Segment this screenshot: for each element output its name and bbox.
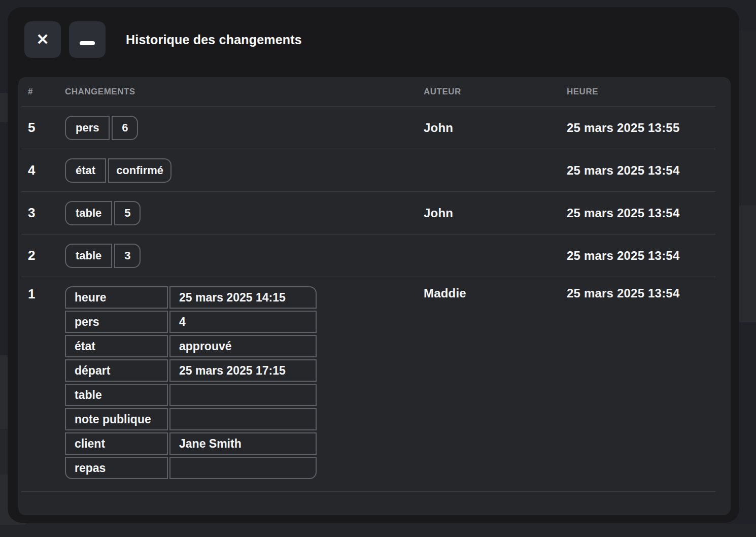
row-author: Maddie bbox=[424, 285, 567, 300]
row-time: 25 mars 2025 13:54 bbox=[567, 206, 715, 220]
change-field: départ bbox=[65, 359, 168, 382]
column-header-changes: CHANGEMENTS bbox=[65, 87, 424, 97]
change-field: heure bbox=[65, 286, 168, 309]
table-row: 3 table5 John 25 mars 2025 13:54 bbox=[21, 192, 715, 234]
dialog-title: Historique des changements bbox=[126, 31, 302, 48]
row-changes: heure25 mars 2025 14:15pers4étatapprouvé… bbox=[65, 285, 424, 479]
history-dialog: ✕ Historique des changements # CHANGEMEN… bbox=[8, 7, 739, 523]
close-icon: ✕ bbox=[36, 32, 49, 47]
change-value: Jane Smith bbox=[169, 432, 317, 455]
change-value: confirmé bbox=[108, 158, 171, 183]
background-artifact bbox=[0, 429, 8, 475]
change-value: 6 bbox=[112, 116, 138, 140]
history-table: # CHANGEMENTS AUTEUR HEURE 5 pers6 John … bbox=[21, 77, 715, 492]
changes-detail-row: repas bbox=[65, 457, 424, 479]
change-value: approuvé bbox=[169, 335, 317, 357]
close-button[interactable]: ✕ bbox=[24, 21, 61, 58]
table-header-row: # CHANGEMENTS AUTEUR HEURE bbox=[21, 77, 715, 107]
change-field: table bbox=[65, 244, 112, 268]
changes-detail-row: heure25 mars 2025 14:15 bbox=[65, 286, 424, 309]
change-field: repas bbox=[65, 457, 168, 479]
column-header-time: HEURE bbox=[567, 87, 715, 97]
row-author: John bbox=[424, 206, 567, 220]
change-field: table bbox=[65, 384, 168, 406]
changes-detail-row: note publique bbox=[65, 408, 424, 430]
row-number: 2 bbox=[28, 248, 65, 263]
minus-icon bbox=[80, 41, 95, 45]
table-row: 5 pers6 John 25 mars 2025 13:55 bbox=[21, 107, 715, 149]
changes-detail-row: clientJane Smith bbox=[65, 432, 424, 455]
change-pill: pers6 bbox=[65, 116, 138, 140]
table-row: 1 heure25 mars 2025 14:15pers4étatapprou… bbox=[21, 277, 715, 492]
table-row: 4 étatconfirmé 25 mars 2025 13:54 bbox=[21, 149, 715, 192]
change-value: 5 bbox=[114, 201, 141, 225]
background-artifact bbox=[0, 355, 8, 429]
row-time: 25 mars 2025 13:54 bbox=[567, 285, 715, 300]
change-value: 25 mars 2025 14:15 bbox=[169, 286, 317, 309]
row-time: 25 mars 2025 13:54 bbox=[567, 163, 715, 178]
change-value bbox=[169, 408, 317, 430]
column-header-author: AUTEUR bbox=[424, 87, 567, 97]
table-row: 2 table3 25 mars 2025 13:54 bbox=[21, 234, 715, 277]
background-artifact bbox=[739, 206, 756, 322]
change-field: client bbox=[65, 432, 168, 455]
changes-detail-row: étatapprouvé bbox=[65, 335, 424, 357]
change-field: note publique bbox=[65, 408, 168, 430]
row-changes: étatconfirmé bbox=[65, 158, 424, 183]
row-changes: pers6 bbox=[65, 116, 424, 140]
change-field: pers bbox=[65, 116, 110, 140]
changes-detail-row: table bbox=[65, 384, 424, 406]
change-value: 4 bbox=[169, 311, 317, 333]
change-field: table bbox=[65, 201, 112, 225]
row-changes: table5 bbox=[65, 201, 424, 225]
row-number: 5 bbox=[28, 120, 65, 136]
row-changes: table3 bbox=[65, 244, 424, 268]
row-author: John bbox=[424, 121, 567, 135]
change-value bbox=[169, 384, 317, 406]
change-field: état bbox=[65, 158, 106, 183]
changes-detail-row: pers4 bbox=[65, 311, 424, 333]
change-pill: étatconfirmé bbox=[65, 158, 171, 183]
history-table-panel: # CHANGEMENTS AUTEUR HEURE 5 pers6 John … bbox=[18, 77, 731, 515]
minimize-button[interactable] bbox=[69, 21, 106, 58]
row-number: 1 bbox=[28, 285, 65, 302]
row-time: 25 mars 2025 13:55 bbox=[567, 121, 715, 135]
change-field: état bbox=[65, 335, 168, 357]
change-value bbox=[169, 457, 317, 479]
background-artifact bbox=[0, 524, 756, 537]
change-value: 3 bbox=[114, 244, 141, 268]
row-number: 3 bbox=[28, 205, 65, 221]
change-value: 25 mars 2025 17:15 bbox=[169, 359, 317, 382]
background-artifact bbox=[739, 30, 756, 206]
row-time: 25 mars 2025 13:54 bbox=[567, 249, 715, 263]
change-pill: table5 bbox=[65, 201, 141, 225]
changes-detail-table: heure25 mars 2025 14:15pers4étatapprouvé… bbox=[65, 286, 424, 479]
change-pill: table3 bbox=[65, 244, 141, 268]
change-field: pers bbox=[65, 311, 168, 333]
changes-detail-row: départ25 mars 2025 17:15 bbox=[65, 359, 424, 382]
background-artifact bbox=[0, 93, 8, 122]
column-header-num: # bbox=[28, 87, 65, 97]
row-number: 4 bbox=[28, 162, 65, 178]
